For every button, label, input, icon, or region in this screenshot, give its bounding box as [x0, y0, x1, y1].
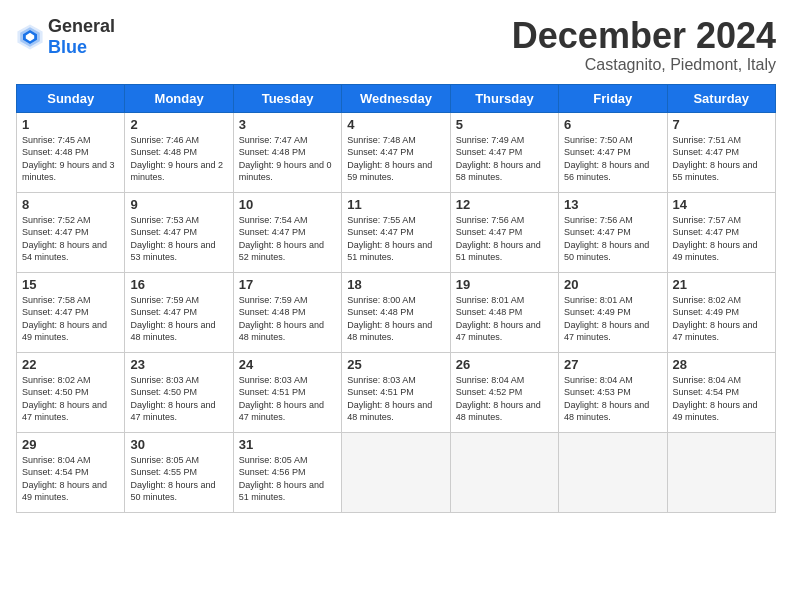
col-friday: Friday [559, 84, 667, 112]
table-row: 11 Sunrise: 7:55 AM Sunset: 4:47 PM Dayl… [342, 192, 450, 272]
day-number: 7 [673, 117, 770, 132]
table-row [667, 432, 775, 512]
day-number: 20 [564, 277, 661, 292]
day-number: 15 [22, 277, 119, 292]
table-row: 12 Sunrise: 7:56 AM Sunset: 4:47 PM Dayl… [450, 192, 558, 272]
col-tuesday: Tuesday [233, 84, 341, 112]
table-row: 18 Sunrise: 8:00 AM Sunset: 4:48 PM Dayl… [342, 272, 450, 352]
day-info: Sunrise: 7:56 AM Sunset: 4:47 PM Dayligh… [564, 214, 661, 264]
day-number: 14 [673, 197, 770, 212]
day-info: Sunrise: 7:50 AM Sunset: 4:47 PM Dayligh… [564, 134, 661, 184]
day-number: 19 [456, 277, 553, 292]
table-row: 28 Sunrise: 8:04 AM Sunset: 4:54 PM Dayl… [667, 352, 775, 432]
day-number: 2 [130, 117, 227, 132]
day-info: Sunrise: 7:59 AM Sunset: 4:47 PM Dayligh… [130, 294, 227, 344]
day-info: Sunrise: 8:04 AM Sunset: 4:52 PM Dayligh… [456, 374, 553, 424]
table-row: 27 Sunrise: 8:04 AM Sunset: 4:53 PM Dayl… [559, 352, 667, 432]
col-wednesday: Wednesday [342, 84, 450, 112]
day-number: 11 [347, 197, 444, 212]
day-number: 25 [347, 357, 444, 372]
day-number: 30 [130, 437, 227, 452]
col-thursday: Thursday [450, 84, 558, 112]
day-number: 12 [456, 197, 553, 212]
title-block: December 2024 Castagnito, Piedmont, Ital… [512, 16, 776, 74]
day-info: Sunrise: 7:46 AM Sunset: 4:48 PM Dayligh… [130, 134, 227, 184]
day-info: Sunrise: 8:04 AM Sunset: 4:54 PM Dayligh… [673, 374, 770, 424]
table-row: 6 Sunrise: 7:50 AM Sunset: 4:47 PM Dayli… [559, 112, 667, 192]
day-number: 26 [456, 357, 553, 372]
table-row: 10 Sunrise: 7:54 AM Sunset: 4:47 PM Dayl… [233, 192, 341, 272]
month-title: December 2024 [512, 16, 776, 56]
table-row: 22 Sunrise: 8:02 AM Sunset: 4:50 PM Dayl… [17, 352, 125, 432]
day-info: Sunrise: 8:02 AM Sunset: 4:50 PM Dayligh… [22, 374, 119, 424]
day-info: Sunrise: 7:53 AM Sunset: 4:47 PM Dayligh… [130, 214, 227, 264]
calendar-week-row: 1 Sunrise: 7:45 AM Sunset: 4:48 PM Dayli… [17, 112, 776, 192]
day-number: 31 [239, 437, 336, 452]
day-info: Sunrise: 7:54 AM Sunset: 4:47 PM Dayligh… [239, 214, 336, 264]
col-saturday: Saturday [667, 84, 775, 112]
day-info: Sunrise: 8:00 AM Sunset: 4:48 PM Dayligh… [347, 294, 444, 344]
day-number: 4 [347, 117, 444, 132]
table-row: 7 Sunrise: 7:51 AM Sunset: 4:47 PM Dayli… [667, 112, 775, 192]
table-row: 25 Sunrise: 8:03 AM Sunset: 4:51 PM Dayl… [342, 352, 450, 432]
logo-blue-text: Blue [48, 37, 87, 57]
day-info: Sunrise: 8:05 AM Sunset: 4:55 PM Dayligh… [130, 454, 227, 504]
day-number: 5 [456, 117, 553, 132]
day-info: Sunrise: 8:03 AM Sunset: 4:51 PM Dayligh… [239, 374, 336, 424]
day-info: Sunrise: 7:55 AM Sunset: 4:47 PM Dayligh… [347, 214, 444, 264]
table-row: 1 Sunrise: 7:45 AM Sunset: 4:48 PM Dayli… [17, 112, 125, 192]
day-info: Sunrise: 8:04 AM Sunset: 4:54 PM Dayligh… [22, 454, 119, 504]
logo-general-text: General [48, 16, 115, 36]
day-number: 29 [22, 437, 119, 452]
calendar-week-row: 15 Sunrise: 7:58 AM Sunset: 4:47 PM Dayl… [17, 272, 776, 352]
table-row [559, 432, 667, 512]
table-row: 21 Sunrise: 8:02 AM Sunset: 4:49 PM Dayl… [667, 272, 775, 352]
location-text: Castagnito, Piedmont, Italy [512, 56, 776, 74]
day-info: Sunrise: 8:05 AM Sunset: 4:56 PM Dayligh… [239, 454, 336, 504]
day-number: 17 [239, 277, 336, 292]
day-info: Sunrise: 8:02 AM Sunset: 4:49 PM Dayligh… [673, 294, 770, 344]
day-info: Sunrise: 8:01 AM Sunset: 4:48 PM Dayligh… [456, 294, 553, 344]
col-monday: Monday [125, 84, 233, 112]
table-row: 23 Sunrise: 8:03 AM Sunset: 4:50 PM Dayl… [125, 352, 233, 432]
day-number: 22 [22, 357, 119, 372]
table-row: 24 Sunrise: 8:03 AM Sunset: 4:51 PM Dayl… [233, 352, 341, 432]
day-number: 3 [239, 117, 336, 132]
day-info: Sunrise: 7:51 AM Sunset: 4:47 PM Dayligh… [673, 134, 770, 184]
table-row: 30 Sunrise: 8:05 AM Sunset: 4:55 PM Dayl… [125, 432, 233, 512]
day-info: Sunrise: 7:47 AM Sunset: 4:48 PM Dayligh… [239, 134, 336, 184]
day-number: 21 [673, 277, 770, 292]
calendar-table: Sunday Monday Tuesday Wednesday Thursday… [16, 84, 776, 513]
table-row: 20 Sunrise: 8:01 AM Sunset: 4:49 PM Dayl… [559, 272, 667, 352]
table-row: 5 Sunrise: 7:49 AM Sunset: 4:47 PM Dayli… [450, 112, 558, 192]
table-row: 31 Sunrise: 8:05 AM Sunset: 4:56 PM Dayl… [233, 432, 341, 512]
calendar-header-row: Sunday Monday Tuesday Wednesday Thursday… [17, 84, 776, 112]
day-info: Sunrise: 8:03 AM Sunset: 4:50 PM Dayligh… [130, 374, 227, 424]
day-number: 10 [239, 197, 336, 212]
day-info: Sunrise: 8:01 AM Sunset: 4:49 PM Dayligh… [564, 294, 661, 344]
table-row: 17 Sunrise: 7:59 AM Sunset: 4:48 PM Dayl… [233, 272, 341, 352]
table-row [342, 432, 450, 512]
day-number: 24 [239, 357, 336, 372]
table-row: 8 Sunrise: 7:52 AM Sunset: 4:47 PM Dayli… [17, 192, 125, 272]
day-info: Sunrise: 8:04 AM Sunset: 4:53 PM Dayligh… [564, 374, 661, 424]
day-info: Sunrise: 8:03 AM Sunset: 4:51 PM Dayligh… [347, 374, 444, 424]
calendar-week-row: 29 Sunrise: 8:04 AM Sunset: 4:54 PM Dayl… [17, 432, 776, 512]
table-row: 9 Sunrise: 7:53 AM Sunset: 4:47 PM Dayli… [125, 192, 233, 272]
table-row: 19 Sunrise: 8:01 AM Sunset: 4:48 PM Dayl… [450, 272, 558, 352]
calendar-week-row: 8 Sunrise: 7:52 AM Sunset: 4:47 PM Dayli… [17, 192, 776, 272]
day-number: 27 [564, 357, 661, 372]
day-number: 23 [130, 357, 227, 372]
day-number: 9 [130, 197, 227, 212]
table-row: 14 Sunrise: 7:57 AM Sunset: 4:47 PM Dayl… [667, 192, 775, 272]
day-info: Sunrise: 7:59 AM Sunset: 4:48 PM Dayligh… [239, 294, 336, 344]
day-number: 6 [564, 117, 661, 132]
day-info: Sunrise: 7:45 AM Sunset: 4:48 PM Dayligh… [22, 134, 119, 184]
day-info: Sunrise: 7:48 AM Sunset: 4:47 PM Dayligh… [347, 134, 444, 184]
day-number: 8 [22, 197, 119, 212]
table-row: 26 Sunrise: 8:04 AM Sunset: 4:52 PM Dayl… [450, 352, 558, 432]
page-header: General Blue December 2024 Castagnito, P… [16, 16, 776, 74]
day-number: 18 [347, 277, 444, 292]
day-info: Sunrise: 7:52 AM Sunset: 4:47 PM Dayligh… [22, 214, 119, 264]
table-row: 16 Sunrise: 7:59 AM Sunset: 4:47 PM Dayl… [125, 272, 233, 352]
